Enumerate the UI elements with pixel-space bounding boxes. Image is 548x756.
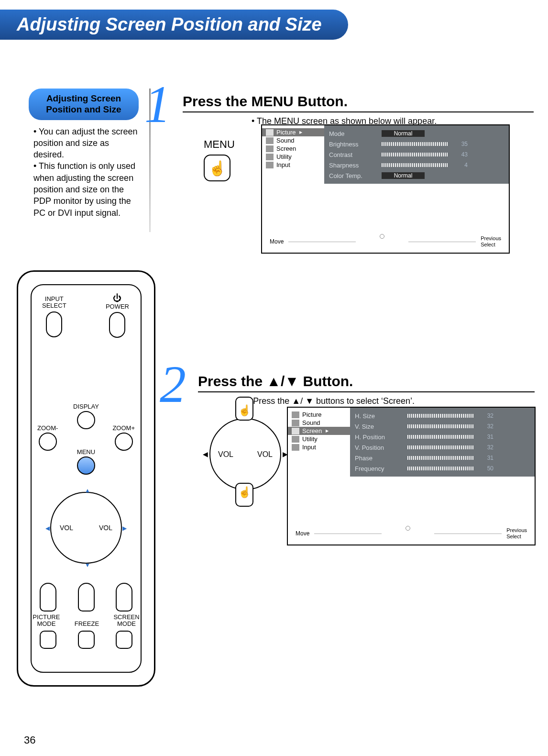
vol-left-label: VOL bbox=[218, 450, 233, 459]
picture-icon bbox=[292, 411, 299, 418]
osd-value: 35 bbox=[453, 141, 468, 147]
osd-value: 32 bbox=[479, 423, 493, 430]
osd-label: H. Size bbox=[355, 412, 403, 420]
step-number-1: 1 bbox=[144, 74, 171, 135]
arrow-right-icon: ▶ bbox=[122, 525, 127, 532]
step-1-heading: Press the MENU Button. bbox=[183, 93, 534, 112]
osd-nav-sound: Sound bbox=[288, 419, 350, 427]
osd-label: Frequency bbox=[355, 465, 403, 472]
osd-label: Contrast bbox=[329, 151, 377, 158]
display-button[interactable] bbox=[77, 411, 95, 429]
remote-diagram: INPUT SELECT ⏻ POWER DISPLAY ZOOM- ZOOM+… bbox=[17, 270, 155, 687]
slider-icon bbox=[407, 467, 474, 470]
slider-icon bbox=[407, 424, 474, 428]
osd-footer-select: Select bbox=[481, 242, 501, 248]
osd-screen-menu: Picture Sound Screen▶ Utility Input H. S… bbox=[287, 407, 536, 545]
osd-value: 4 bbox=[453, 162, 468, 168]
osd-footer-line bbox=[408, 242, 476, 242]
osd-value: Normal bbox=[382, 172, 425, 179]
utility-icon bbox=[292, 436, 299, 443]
osd-label: Color Temp. bbox=[329, 172, 377, 179]
page-title: Adjusting Screen Position and Size bbox=[0, 10, 348, 40]
osd-label: Brightness bbox=[329, 141, 377, 148]
zoom-minus-label: ZOOM- bbox=[37, 425, 58, 432]
input-select-label: INPUT SELECT bbox=[42, 296, 66, 310]
power-icon: ⏻ bbox=[106, 293, 129, 303]
freeze-label: FREEZE bbox=[75, 621, 99, 627]
osd-value: 32 bbox=[479, 444, 493, 451]
zoom-plus-button[interactable] bbox=[115, 433, 133, 451]
osd-footer-move: Move bbox=[270, 238, 284, 245]
osd-label: Mode bbox=[329, 130, 377, 137]
callout-bullet: You can adjust the screen position and s… bbox=[33, 126, 139, 161]
osd-value: Normal bbox=[382, 130, 425, 137]
slider-icon bbox=[407, 414, 474, 418]
bottom-pill-button[interactable] bbox=[40, 583, 56, 611]
osd-footer-select: Select bbox=[506, 534, 527, 540]
osd-label: Sharpness bbox=[329, 162, 377, 169]
step-2-heading: Press the ▲/▼ Button. bbox=[198, 373, 535, 392]
menu-button[interactable] bbox=[77, 456, 95, 475]
picture-mode-button[interactable] bbox=[40, 631, 56, 649]
screen-mode-button[interactable] bbox=[116, 631, 132, 649]
osd-label: V. Size bbox=[355, 423, 403, 430]
osd-footer-previous: Previous bbox=[481, 235, 501, 242]
screen-icon bbox=[266, 145, 274, 152]
picture-icon bbox=[266, 129, 274, 136]
bottom-pill-button[interactable] bbox=[116, 583, 132, 611]
vol-right-label: VOL bbox=[257, 450, 273, 459]
slider-icon bbox=[382, 163, 449, 167]
osd-footer-line bbox=[288, 242, 356, 242]
osd-footer-previous: Previous bbox=[506, 527, 527, 534]
chevron-right-icon: ▶ bbox=[326, 429, 329, 433]
osd-label: V. Position bbox=[355, 444, 403, 451]
sound-icon bbox=[266, 137, 274, 144]
utility-icon bbox=[266, 154, 274, 160]
slider-icon bbox=[407, 445, 474, 449]
remote-dpad[interactable]: ▲ ▼ ◀ ▶ VOL VOL bbox=[50, 492, 122, 564]
side-callout: Adjusting Screen Position and Size You c… bbox=[29, 89, 139, 219]
osd-footer-line bbox=[434, 534, 502, 534]
callout-heading: Adjusting Screen Position and Size bbox=[29, 89, 139, 120]
power-button[interactable] bbox=[109, 312, 125, 338]
osd-nav-screen: Screen bbox=[262, 145, 324, 153]
vol-right-label: VOL bbox=[99, 524, 112, 532]
osd-nav-utility: Utility bbox=[288, 435, 350, 443]
slider-icon bbox=[407, 456, 474, 460]
display-label: DISPLAY bbox=[18, 403, 154, 410]
osd-footer-move: Move bbox=[296, 530, 309, 537]
input-icon bbox=[266, 162, 274, 168]
press-up-icon: ☝ bbox=[235, 397, 253, 421]
freeze-button[interactable] bbox=[78, 631, 95, 649]
osd-value: 50 bbox=[479, 465, 493, 472]
slider-icon bbox=[382, 153, 449, 156]
menu-label: MENU bbox=[18, 449, 154, 456]
osd-footer-line bbox=[314, 534, 382, 534]
arrow-left-icon: ◀ bbox=[203, 450, 208, 458]
osd-value: 31 bbox=[479, 455, 493, 461]
osd-nav-utility: Utility bbox=[262, 153, 324, 161]
callout-bullet: This function is only used when adjustin… bbox=[33, 160, 139, 218]
zoom-plus-label: ZOOM+ bbox=[112, 425, 135, 432]
osd-nav-picture: Picture bbox=[288, 411, 350, 419]
zoom-minus-button[interactable] bbox=[39, 433, 57, 451]
screen-mode-label: SCREEN MODE bbox=[113, 614, 139, 628]
slider-icon bbox=[382, 142, 449, 146]
step-number-2: 2 bbox=[160, 354, 186, 415]
nav-cross-icon bbox=[361, 232, 404, 251]
sound-icon bbox=[292, 420, 299, 426]
press-down-icon: ☝ bbox=[235, 483, 253, 507]
input-select-button[interactable] bbox=[46, 311, 62, 337]
chevron-right-icon: ▶ bbox=[299, 130, 302, 134]
vol-left-label: VOL bbox=[60, 524, 73, 532]
slider-icon bbox=[407, 435, 474, 439]
direction-pad-diagram: ◀ ▶ ▲ ▼ VOL VOL ☝ ☝ bbox=[205, 401, 286, 502]
osd-nav-sound: Sound bbox=[262, 136, 324, 145]
power-label: POWER bbox=[106, 303, 129, 310]
osd-nav-input: Input bbox=[288, 443, 350, 451]
arrow-up-icon: ▲ bbox=[85, 487, 90, 494]
press-menu-icon: ☝ bbox=[204, 155, 230, 181]
bottom-pill-button[interactable] bbox=[78, 583, 95, 611]
osd-nav-screen: Screen▶ bbox=[288, 427, 350, 435]
screen-icon bbox=[292, 428, 299, 434]
